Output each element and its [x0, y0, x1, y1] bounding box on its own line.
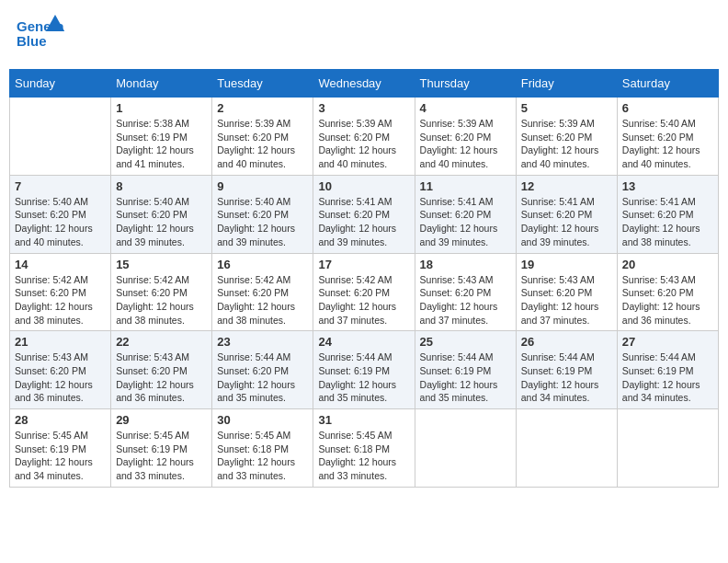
- day-number: 12: [521, 179, 612, 193]
- day-info: Sunrise: 5:45 AMSunset: 6:19 PMDaylight:…: [116, 429, 207, 483]
- day-number: 1: [116, 101, 207, 115]
- day-info: Sunrise: 5:44 AMSunset: 6:19 PMDaylight:…: [521, 350, 612, 405]
- day-number: 8: [116, 179, 207, 193]
- calendar-cell: 19Sunrise: 5:43 AMSunset: 6:20 PMDayligh…: [516, 253, 617, 331]
- day-number: 16: [217, 258, 308, 271]
- calendar-cell: [516, 409, 617, 488]
- day-number: 30: [217, 413, 308, 427]
- calendar-cell: 20Sunrise: 5:43 AMSunset: 6:20 PMDayligh…: [617, 253, 718, 331]
- week-row-1: 1Sunrise: 5:38 AMSunset: 6:19 PMDaylight…: [10, 98, 719, 176]
- day-info: Sunrise: 5:43 AMSunset: 6:20 PMDaylight:…: [116, 350, 207, 405]
- logo-icon: General Blue: [17, 13, 64, 54]
- calendar-cell: [10, 98, 111, 176]
- day-number: 10: [318, 179, 409, 193]
- day-number: 2: [217, 101, 308, 115]
- day-number: 18: [420, 258, 511, 271]
- calendar-cell: 11Sunrise: 5:41 AMSunset: 6:20 PMDayligh…: [415, 175, 516, 253]
- day-number: 21: [15, 335, 106, 349]
- calendar-cell: 24Sunrise: 5:44 AMSunset: 6:19 PMDayligh…: [313, 331, 415, 409]
- calendar-cell: 22Sunrise: 5:43 AMSunset: 6:20 PMDayligh…: [111, 331, 212, 409]
- svg-text:Blue: Blue: [17, 33, 47, 49]
- day-number: 23: [217, 335, 308, 349]
- day-number: 31: [318, 413, 409, 427]
- day-number: 4: [420, 101, 511, 115]
- calendar-cell: 30Sunrise: 5:45 AMSunset: 6:18 PMDayligh…: [212, 409, 313, 488]
- calendar-table: SundayMondayTuesdayWednesdayThursdayFrid…: [9, 69, 719, 488]
- calendar-cell: 16Sunrise: 5:42 AMSunset: 6:20 PMDayligh…: [212, 253, 313, 331]
- week-row-3: 14Sunrise: 5:42 AMSunset: 6:20 PMDayligh…: [10, 253, 719, 331]
- day-info: Sunrise: 5:42 AMSunset: 6:20 PMDaylight:…: [15, 273, 106, 327]
- calendar-cell: 18Sunrise: 5:43 AMSunset: 6:20 PMDayligh…: [415, 253, 516, 331]
- day-number: 7: [15, 179, 106, 193]
- day-info: Sunrise: 5:43 AMSunset: 6:20 PMDaylight:…: [15, 350, 106, 405]
- calendar-cell: 21Sunrise: 5:43 AMSunset: 6:20 PMDayligh…: [10, 331, 111, 409]
- column-header-thursday: Thursday: [415, 70, 516, 98]
- day-number: 20: [622, 258, 713, 271]
- day-number: 28: [15, 413, 106, 427]
- calendar-cell: 26Sunrise: 5:44 AMSunset: 6:19 PMDayligh…: [516, 331, 617, 409]
- calendar-cell: 15Sunrise: 5:42 AMSunset: 6:20 PMDayligh…: [111, 253, 212, 331]
- calendar-cell: [617, 409, 718, 488]
- day-info: Sunrise: 5:42 AMSunset: 6:20 PMDaylight:…: [116, 273, 207, 327]
- column-header-friday: Friday: [516, 70, 617, 98]
- day-info: Sunrise: 5:45 AMSunset: 6:18 PMDaylight:…: [217, 429, 308, 483]
- day-number: 11: [420, 179, 511, 193]
- day-number: 27: [622, 335, 713, 349]
- calendar-cell: 3Sunrise: 5:39 AMSunset: 6:20 PMDaylight…: [313, 98, 415, 176]
- day-info: Sunrise: 5:43 AMSunset: 6:20 PMDaylight:…: [521, 273, 612, 327]
- day-info: Sunrise: 5:41 AMSunset: 6:20 PMDaylight:…: [420, 195, 511, 249]
- column-header-sunday: Sunday: [10, 70, 111, 98]
- calendar-cell: 12Sunrise: 5:41 AMSunset: 6:20 PMDayligh…: [516, 175, 617, 253]
- column-header-wednesday: Wednesday: [313, 70, 415, 98]
- column-header-monday: Monday: [111, 70, 212, 98]
- day-info: Sunrise: 5:42 AMSunset: 6:20 PMDaylight:…: [217, 273, 308, 327]
- header-row: SundayMondayTuesdayWednesdayThursdayFrid…: [10, 70, 719, 98]
- calendar-cell: 27Sunrise: 5:44 AMSunset: 6:19 PMDayligh…: [617, 331, 718, 409]
- day-info: Sunrise: 5:45 AMSunset: 6:18 PMDaylight:…: [318, 429, 409, 483]
- calendar-cell: 8Sunrise: 5:40 AMSunset: 6:20 PMDaylight…: [111, 175, 212, 253]
- column-header-tuesday: Tuesday: [212, 70, 313, 98]
- calendar-cell: 17Sunrise: 5:42 AMSunset: 6:20 PMDayligh…: [313, 253, 415, 331]
- day-info: Sunrise: 5:41 AMSunset: 6:20 PMDaylight:…: [622, 195, 713, 249]
- calendar-cell: [415, 409, 516, 488]
- calendar-cell: 25Sunrise: 5:44 AMSunset: 6:19 PMDayligh…: [415, 331, 516, 409]
- day-number: 13: [622, 179, 713, 193]
- day-number: 29: [116, 413, 207, 427]
- day-number: 17: [318, 258, 409, 271]
- week-row-4: 21Sunrise: 5:43 AMSunset: 6:20 PMDayligh…: [10, 331, 719, 409]
- calendar-cell: 13Sunrise: 5:41 AMSunset: 6:20 PMDayligh…: [617, 175, 718, 253]
- day-number: 25: [420, 335, 511, 349]
- calendar-cell: 28Sunrise: 5:45 AMSunset: 6:19 PMDayligh…: [10, 409, 111, 488]
- day-info: Sunrise: 5:41 AMSunset: 6:20 PMDaylight:…: [521, 195, 612, 249]
- day-info: Sunrise: 5:43 AMSunset: 6:20 PMDaylight:…: [420, 273, 511, 327]
- day-info: Sunrise: 5:39 AMSunset: 6:20 PMDaylight:…: [217, 117, 308, 171]
- calendar-cell: 14Sunrise: 5:42 AMSunset: 6:20 PMDayligh…: [10, 253, 111, 331]
- calendar-cell: 9Sunrise: 5:40 AMSunset: 6:20 PMDaylight…: [212, 175, 313, 253]
- day-info: Sunrise: 5:40 AMSunset: 6:20 PMDaylight:…: [622, 117, 713, 171]
- calendar-cell: 5Sunrise: 5:39 AMSunset: 6:20 PMDaylight…: [516, 98, 617, 176]
- calendar-cell: 29Sunrise: 5:45 AMSunset: 6:19 PMDayligh…: [111, 409, 212, 488]
- calendar-cell: 23Sunrise: 5:44 AMSunset: 6:20 PMDayligh…: [212, 331, 313, 409]
- day-info: Sunrise: 5:44 AMSunset: 6:19 PMDaylight:…: [420, 350, 511, 405]
- page-header: General Blue: [9, 9, 719, 62]
- day-info: Sunrise: 5:40 AMSunset: 6:20 PMDaylight:…: [217, 195, 308, 249]
- day-info: Sunrise: 5:39 AMSunset: 6:20 PMDaylight:…: [521, 117, 612, 171]
- calendar-cell: 31Sunrise: 5:45 AMSunset: 6:18 PMDayligh…: [313, 409, 415, 488]
- day-number: 5: [521, 101, 612, 115]
- calendar-cell: 6Sunrise: 5:40 AMSunset: 6:20 PMDaylight…: [617, 98, 718, 176]
- day-number: 3: [318, 101, 409, 115]
- column-header-saturday: Saturday: [617, 70, 718, 98]
- day-info: Sunrise: 5:40 AMSunset: 6:20 PMDaylight:…: [15, 195, 106, 249]
- calendar-cell: 7Sunrise: 5:40 AMSunset: 6:20 PMDaylight…: [10, 175, 111, 253]
- logo: General Blue: [17, 13, 64, 58]
- day-info: Sunrise: 5:42 AMSunset: 6:20 PMDaylight:…: [318, 273, 409, 327]
- week-row-5: 28Sunrise: 5:45 AMSunset: 6:19 PMDayligh…: [10, 409, 719, 488]
- day-info: Sunrise: 5:45 AMSunset: 6:19 PMDaylight:…: [15, 429, 106, 483]
- day-number: 24: [318, 335, 409, 349]
- day-info: Sunrise: 5:44 AMSunset: 6:20 PMDaylight:…: [217, 350, 308, 405]
- day-number: 19: [521, 258, 612, 271]
- week-row-2: 7Sunrise: 5:40 AMSunset: 6:20 PMDaylight…: [10, 175, 719, 253]
- day-number: 15: [116, 258, 207, 271]
- day-info: Sunrise: 5:38 AMSunset: 6:19 PMDaylight:…: [116, 117, 207, 171]
- calendar-cell: 4Sunrise: 5:39 AMSunset: 6:20 PMDaylight…: [415, 98, 516, 176]
